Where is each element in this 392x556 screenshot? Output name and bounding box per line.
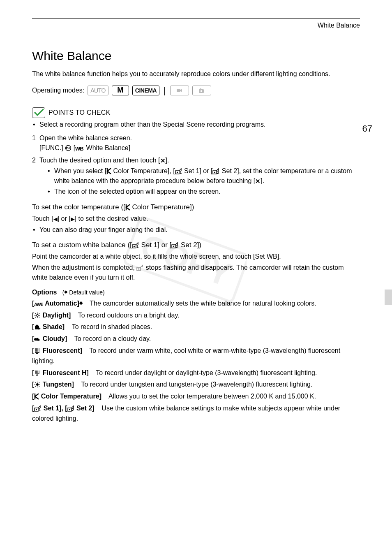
step-2-bullets: When you select [ Color Temperature], [ … xyxy=(32,166,360,197)
custom-wb-p2: When the adjustment is completed, stops … xyxy=(32,263,360,282)
opt-automatic: [ Automatic]◆ The camcorder automaticall… xyxy=(32,299,360,309)
page-number-rule xyxy=(357,136,372,136)
running-header: White Balance xyxy=(32,22,360,29)
set-icon xyxy=(136,264,144,271)
points-to-check-label: POINTS TO CHECK xyxy=(48,109,111,116)
mode-auto: AUTO xyxy=(88,86,108,95)
step-2-bullet-1: When you select [ Color Temperature], [ … xyxy=(48,166,360,186)
manual-page: White Balance 67 COPY White Balance The … xyxy=(0,0,392,556)
link-icon xyxy=(65,145,71,151)
top-rule xyxy=(32,18,360,19)
fluorescent-h-icon xyxy=(34,370,41,376)
procedure-steps: 1Open the white balance screen. [FUNC.] … xyxy=(32,133,360,197)
step-1-sub: [FUNC.] [ White Balance] xyxy=(32,143,360,153)
k-icon xyxy=(125,204,130,211)
opt-daylight: [ Daylight] To record outdoors on a brig… xyxy=(32,310,360,321)
step-2-bullet-2: The icon of the selected option will app… xyxy=(48,187,360,197)
right-arrow-icon: ▶ xyxy=(71,216,75,222)
fluorescent-icon xyxy=(34,348,41,354)
opt-fluorescent-h: [ Fluorescent H] To record under dayligh… xyxy=(32,368,360,378)
custom-wb-p1: Point the camcorder at a white object, s… xyxy=(32,252,360,261)
set2-icon xyxy=(171,242,179,248)
set1-icon xyxy=(175,168,182,174)
opt-cloudy: [ Cloudy] To record on a cloudy day. xyxy=(32,334,360,344)
set1-icon xyxy=(132,242,139,248)
checklist-icon xyxy=(32,107,45,118)
options-heading: Options (◆ Default value) xyxy=(32,289,360,296)
color-temp-line1: Touch [◀] or [▶] to set the desired valu… xyxy=(32,214,360,223)
diamond-icon: ◆ xyxy=(64,289,67,294)
mode-manual: M xyxy=(112,86,129,95)
intro-paragraph: The white balance function helps you to … xyxy=(32,70,360,79)
color-temp-bullet: You can also drag your finger along the … xyxy=(32,225,360,234)
k-icon xyxy=(34,393,39,400)
cloud-icon xyxy=(34,336,41,342)
opt-tungsten: [ Tungsten] To record under tungsten and… xyxy=(32,380,360,390)
left-arrow-icon: ◀ xyxy=(53,216,58,222)
step-1: 1Open the white balance screen. [FUNC.] … xyxy=(32,133,360,153)
diamond-icon: ◆ xyxy=(79,300,83,305)
page-number: 67 xyxy=(362,123,372,134)
opt-set1-set2: [ Set 1], [ Set 2] Use the custom white … xyxy=(32,403,360,424)
mode-photo xyxy=(192,86,211,95)
camcorder-icon xyxy=(176,87,183,94)
awb-icon xyxy=(34,301,43,307)
operating-modes-row: Operating modes: AUTO M CINEMA | xyxy=(32,85,360,96)
side-tab xyxy=(385,290,392,305)
wb-icon xyxy=(75,146,84,151)
camera-icon xyxy=(198,87,205,94)
points-to-check-list: Select a recording program other than th… xyxy=(32,120,360,129)
operating-modes-label: Operating modes: xyxy=(32,87,84,94)
set2-icon xyxy=(67,405,75,412)
page-title: White Balance xyxy=(32,49,360,63)
shade-icon xyxy=(34,324,41,330)
opt-color-temperature: [ Color Temperature] Allows you to set t… xyxy=(32,392,360,402)
points-item: Select a recording program other than th… xyxy=(32,120,360,129)
set1-icon xyxy=(34,405,42,412)
points-to-check-row: POINTS TO CHECK xyxy=(32,107,360,118)
sun-icon xyxy=(34,312,41,319)
close-icon: ✕ xyxy=(160,158,166,164)
opt-fluorescent: [ Fluorescent] To record under warm whit… xyxy=(32,346,360,366)
tungsten-icon xyxy=(34,381,41,388)
mode-movie xyxy=(170,86,189,95)
custom-wb-heading: To set a custom white balance ([ Set 1] … xyxy=(32,241,360,249)
close-icon: ✕ xyxy=(255,178,261,184)
set2-icon xyxy=(212,168,220,174)
color-temp-heading: To set the color temperature ([ Color Te… xyxy=(32,203,360,211)
opt-shade: [ Shade] To record in shaded places. xyxy=(32,322,360,332)
color-temp-bullets: You can also drag your finger along the … xyxy=(32,225,360,234)
step-2: 2Touch the desired option and then touch… xyxy=(32,155,360,197)
k-icon xyxy=(106,168,111,174)
mode-cinema: CINEMA xyxy=(132,86,159,95)
mode-separator: | xyxy=(163,85,167,96)
